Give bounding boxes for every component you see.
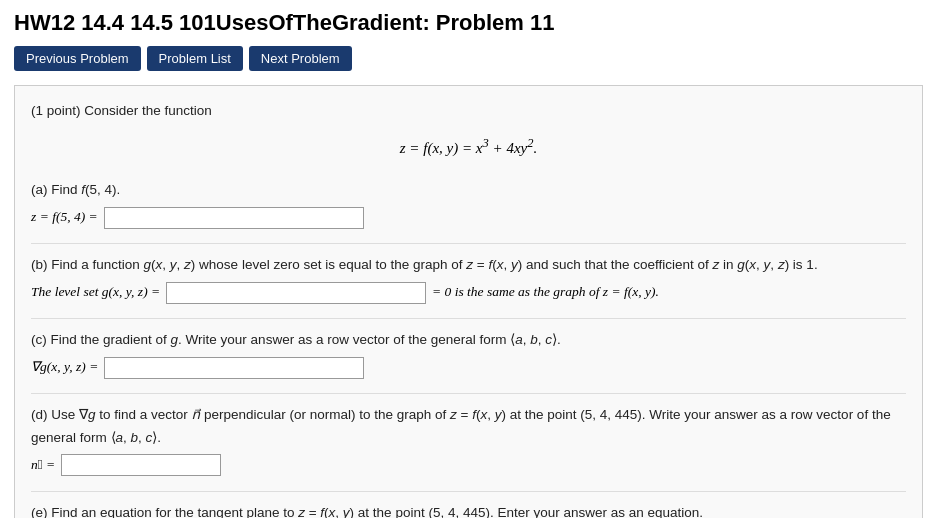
part-e-label: (e) Find an equation for the tangent pla…	[31, 502, 906, 518]
page-wrapper: HW12 14.4 14.5 101UsesOfTheGradient: Pro…	[0, 0, 937, 518]
part-b-input[interactable]	[166, 282, 426, 304]
problem-intro: (1 point) Consider the function	[31, 100, 906, 123]
part-b: (b) Find a function g(x, y, z) whose lev…	[31, 254, 906, 304]
problem-box: (1 point) Consider the function z = f(x,…	[14, 85, 923, 518]
next-problem-button[interactable]: Next Problem	[249, 46, 352, 71]
part-a-label: (a) Find f(5, 4).	[31, 179, 906, 202]
part-b-label: (b) Find a function g(x, y, z) whose lev…	[31, 254, 906, 277]
prev-problem-button[interactable]: Previous Problem	[14, 46, 141, 71]
part-d-label: (d) Use ∇g to find a vector n⃗ perpendic…	[31, 404, 906, 450]
part-d-prefix: n⃗ =	[31, 454, 55, 477]
part-d-input-row: n⃗ =	[31, 454, 906, 477]
part-a: (a) Find f(5, 4). z = f(5, 4) =	[31, 179, 906, 229]
part-c: (c) Find the gradient of g. Write your a…	[31, 329, 906, 379]
part-a-input[interactable]	[104, 207, 364, 229]
part-c-input[interactable]	[104, 357, 364, 379]
function-display: z = f(x, y) = x3 + 4xy2.	[31, 133, 906, 162]
part-b-input-row: The level set g(x, y, z) = = 0 is the sa…	[31, 281, 906, 304]
nav-bar: Previous Problem Problem List Next Probl…	[14, 46, 923, 71]
part-c-input-row: ∇g(x, y, z) =	[31, 356, 906, 379]
problem-list-button[interactable]: Problem List	[147, 46, 243, 71]
part-c-label: (c) Find the gradient of g. Write your a…	[31, 329, 906, 352]
part-b-suffix: = 0 is the same as the graph of z = f(x,…	[432, 281, 659, 304]
part-b-prefix: The level set g(x, y, z) =	[31, 281, 160, 304]
page-title: HW12 14.4 14.5 101UsesOfTheGradient: Pro…	[14, 10, 923, 36]
part-a-prefix: z = f(5, 4) =	[31, 206, 98, 229]
part-d: (d) Use ∇g to find a vector n⃗ perpendic…	[31, 404, 906, 477]
part-a-input-row: z = f(5, 4) =	[31, 206, 906, 229]
part-c-prefix: ∇g(x, y, z) =	[31, 356, 98, 379]
part-d-input[interactable]	[61, 454, 221, 476]
part-e: (e) Find an equation for the tangent pla…	[31, 502, 906, 518]
